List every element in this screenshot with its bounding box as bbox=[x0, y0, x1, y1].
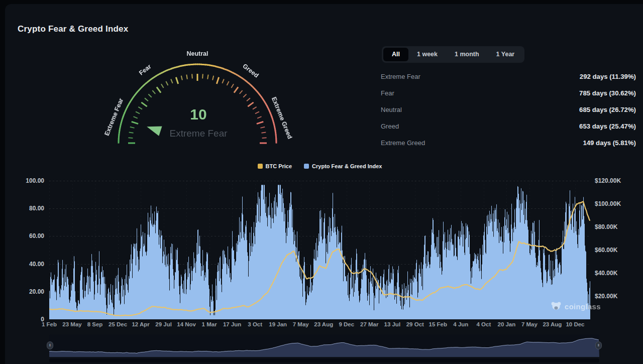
x-tick: 25 Dec bbox=[109, 321, 127, 327]
x-tick: 29 Jul bbox=[155, 321, 172, 327]
stat-row: Greed653 days (25.47%) bbox=[381, 118, 636, 135]
y-left-tick: 60.00 bbox=[15, 232, 44, 239]
stat-row: Neutral685 days (26.72%) bbox=[381, 101, 636, 118]
legend-item: Crypto Fear & Greed Index bbox=[304, 163, 382, 169]
legend-label: Crypto Fear & Greed Index bbox=[312, 163, 382, 169]
stat-label: Greed bbox=[381, 123, 399, 130]
gauge-label-neutral: Neutral bbox=[186, 50, 208, 57]
navigator-right-handle[interactable]: ‖ bbox=[595, 341, 602, 349]
stat-row: Extreme Greed149 days (5.81%) bbox=[381, 135, 636, 151]
stat-value: 785 days (30.62%) bbox=[579, 89, 636, 97]
page-title: Crypto Fear & Greed Index bbox=[18, 24, 128, 34]
x-tick: 7 May bbox=[521, 321, 538, 327]
y-right-tick: $80.00K bbox=[595, 223, 617, 230]
navigator-mini-chart[interactable] bbox=[49, 334, 599, 357]
fear-greed-history-chart[interactable] bbox=[49, 181, 590, 319]
fear-greed-gauge: Extreme FearFearNeutralGreedExtreme Gree… bbox=[103, 47, 294, 153]
y-left-tick: 100.00 bbox=[15, 177, 44, 184]
legend-label: BTC Price bbox=[266, 163, 292, 169]
y-right-tick: $120.00K bbox=[595, 177, 621, 184]
stat-label: Extreme Greed bbox=[381, 139, 425, 147]
watermark: coinglass bbox=[551, 301, 601, 311]
x-tick: 17 Jun bbox=[223, 321, 241, 327]
chart-legend: BTC PriceCrypto Fear & Greed Index bbox=[49, 163, 590, 169]
gauge-value: 10 bbox=[103, 106, 294, 123]
x-tick: 10 Dec bbox=[566, 321, 584, 327]
watermark-text: coinglass bbox=[565, 302, 601, 311]
range-tabs: All1 week1 month1 Year bbox=[382, 46, 524, 63]
x-tick: 14 Nov bbox=[177, 321, 196, 327]
y-left-tick: 20.00 bbox=[15, 288, 44, 295]
bear-logo-icon bbox=[551, 301, 562, 311]
y-right-tick: $40.00K bbox=[595, 270, 617, 277]
x-tick: 4 Jun bbox=[453, 321, 468, 327]
stat-row: Extreme Fear292 days (11.39%) bbox=[381, 68, 636, 85]
x-tick: 27 Mar bbox=[360, 321, 378, 327]
x-tick: 19 Jan bbox=[269, 321, 287, 327]
chart-navigator[interactable]: ‖ ‖ bbox=[49, 334, 599, 357]
y-left-tick: 80.00 bbox=[15, 205, 44, 212]
legend-swatch bbox=[258, 164, 263, 169]
x-tick: 23 Aug bbox=[314, 321, 333, 327]
x-tick: 23 May bbox=[62, 321, 81, 327]
chart-block: 100.0080.0060.0040.0020.000 $120.00K$100… bbox=[5, 175, 643, 364]
y-left-tick: 0 bbox=[15, 316, 44, 323]
y-right-tick: $20.00K bbox=[595, 293, 617, 300]
x-tick: 12 Apr bbox=[132, 321, 149, 327]
stat-row: Fear785 days (30.62%) bbox=[381, 85, 636, 101]
legend-swatch bbox=[304, 164, 309, 169]
tab-all[interactable]: All bbox=[383, 48, 408, 61]
stats-list: Extreme Fear292 days (11.39%)Fear785 day… bbox=[381, 68, 636, 151]
x-tick: 29 Oct bbox=[406, 321, 424, 327]
tab-1-year[interactable]: 1 Year bbox=[488, 48, 523, 61]
navigator-scrollbar-track[interactable] bbox=[49, 358, 599, 362]
stat-value: 292 days (11.39%) bbox=[580, 73, 636, 80]
stat-value: 685 days (26.72%) bbox=[579, 106, 636, 113]
y-right-tick: $100.00K bbox=[595, 200, 621, 207]
stat-value: 149 days (5.81%) bbox=[583, 139, 636, 147]
x-tick: 1 Feb bbox=[42, 321, 57, 327]
x-tick: 15 Feb bbox=[429, 321, 447, 327]
stat-label: Neutral bbox=[381, 106, 402, 113]
tab-1-week[interactable]: 1 week bbox=[408, 48, 446, 61]
x-tick: 13 Jul bbox=[384, 321, 400, 327]
x-tick: 7 May bbox=[293, 321, 309, 327]
x-tick: 4 Oct bbox=[476, 321, 491, 327]
stat-value: 653 days (25.47%) bbox=[579, 123, 636, 130]
x-tick: 1 Mar bbox=[202, 321, 217, 327]
x-tick: 20 Jan bbox=[497, 321, 515, 327]
x-tick: 3 Oct bbox=[248, 321, 262, 327]
navigator-left-handle[interactable]: ‖ bbox=[47, 341, 53, 349]
x-tick: 23 Aug bbox=[543, 321, 562, 327]
fear-greed-card: Crypto Fear & Greed Index Extreme FearFe… bbox=[5, 4, 643, 364]
tab-1-month[interactable]: 1 month bbox=[446, 48, 488, 61]
x-tick: 9 Dec bbox=[339, 321, 354, 327]
x-tick: 8 Sep bbox=[87, 321, 103, 327]
stat-label: Extreme Fear bbox=[381, 73, 420, 80]
y-left-tick: 40.00 bbox=[15, 261, 44, 268]
legend-item: BTC Price bbox=[258, 163, 292, 169]
y-right-tick: $60.00K bbox=[595, 247, 617, 254]
gauge-status: Extreme Fear bbox=[103, 128, 294, 139]
stat-label: Fear bbox=[381, 89, 394, 97]
